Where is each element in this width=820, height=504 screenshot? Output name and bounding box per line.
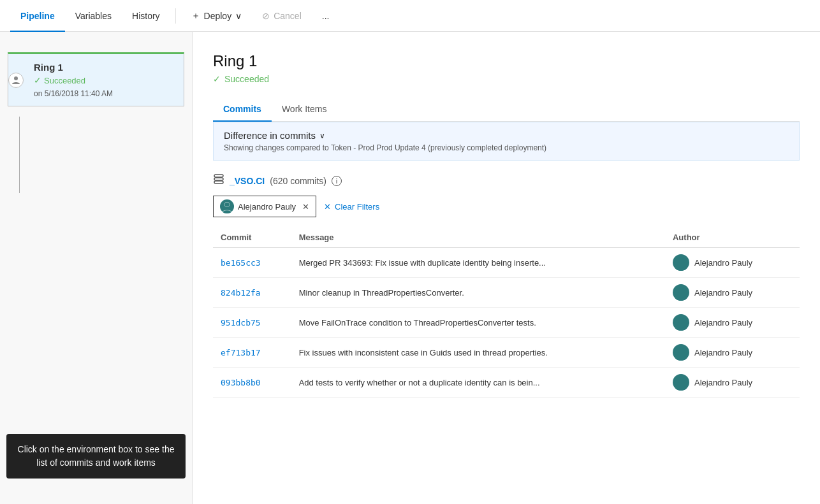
commit-author: Alejandro Pauly [665,368,800,398]
connector-line [19,117,20,193]
ring-box-status: ✓ Succeeded [34,75,113,85]
svg-rect-3 [214,181,223,184]
author-avatar [673,344,689,361]
repo-name[interactable]: _VSO.CI [230,176,265,186]
diff-banner-subtitle: Showing changes compared to Token - Prod… [224,143,789,152]
author-avatar [673,374,689,391]
commit-message: Add tests to verify whether or not a dup… [291,368,665,398]
table-row: 824b12faMinor cleanup in ThreadPropertie… [213,278,800,308]
status-check-icon: ✓ [213,74,221,84]
main-layout: Ring 1 ✓ Succeeded on 5/16/2018 11:40 AM… [0,32,820,504]
repo-icon [213,173,224,188]
nav-divider [175,8,176,24]
table-row: be165cc3Merged PR 343693: Fix issue with… [213,248,800,278]
col-message: Message [291,227,665,248]
author-avatar [673,284,689,301]
check-icon: ✓ [34,75,41,85]
diff-banner: Difference in commits ∨ Showing changes … [213,122,800,161]
table-row: 093bb8b0Add tests to verify whether or n… [213,368,800,398]
chevron-icon: ∨ [235,11,242,21]
cancel-button[interactable]: ⊘ Cancel [257,8,307,24]
repo-count: (620 commits) [270,176,326,186]
left-panel: Ring 1 ✓ Succeeded on 5/16/2018 11:40 AM… [0,32,193,504]
author-avatar [673,254,689,271]
col-author: Author [665,227,800,248]
tab-variables[interactable]: Variables [65,1,122,32]
svg-point-10 [678,377,684,384]
table-row: 951dcb75Move FailOnTrace condition to Th… [213,308,800,338]
tooltip-text: Click on the environment box to see the … [18,444,175,468]
commit-author: Alejandro Pauly [665,338,800,368]
diff-banner-title-text: Difference in commits [224,130,316,141]
svg-point-5 [225,203,230,207]
info-icon[interactable]: i [332,176,342,186]
content-tabs: Commits Work Items [213,97,800,122]
commit-author: Alejandro Pauly [665,308,800,338]
chevron-down-icon: ∨ [319,131,325,140]
filter-row: Alejandro Pauly ✕ ✕ Clear Filters [213,196,800,217]
top-nav: Pipeline Variables History ＋ Deploy ∨ ⊘ … [0,0,820,32]
commit-hash[interactable]: 951dcb75 [213,308,291,338]
ring-status: ✓ Succeeded [213,74,800,84]
ring-icon [8,73,24,88]
tab-commits[interactable]: Commits [213,97,272,122]
commits-table: Commit Message Author be165cc3Merged PR … [213,227,800,398]
page-title: Ring 1 [213,52,800,70]
nav-actions: ＋ Deploy ∨ ⊘ Cancel ... [186,8,335,24]
commit-hash[interactable]: ef713b17 [213,338,291,368]
commit-hash[interactable]: 824b12fa [213,278,291,308]
svg-point-6 [678,257,684,264]
svg-point-9 [678,347,684,354]
author-filter-tag: Alejandro Pauly ✕ [213,196,316,217]
commit-author: Alejandro Pauly [665,278,800,308]
svg-rect-2 [214,178,223,180]
avatar-svg [220,199,234,213]
filter-avatar [220,199,234,213]
author-avatar [673,314,689,331]
tooltip-box: Click on the environment box to see the … [6,434,186,479]
ring-box[interactable]: Ring 1 ✓ Succeeded on 5/16/2018 11:40 AM [8,52,184,106]
more-button[interactable]: ... [317,8,335,24]
status-text: Succeeded [224,74,269,84]
deploy-button[interactable]: ＋ Deploy ∨ [186,8,247,24]
commit-hash[interactable]: 093bb8b0 [213,368,291,398]
commit-message: Merged PR 343693: Fix issue with duplica… [291,248,665,278]
tab-history[interactable]: History [122,1,170,32]
commit-message: Fix issues with inconsistent case in Gui… [291,338,665,368]
repo-header: _VSO.CI (620 commits) i [213,173,800,188]
svg-point-7 [678,287,684,294]
commit-message: Minor cleanup in ThreadPropertiesConvert… [291,278,665,308]
ring-box-date: on 5/16/2018 11:40 AM [34,89,113,98]
clear-filters-button[interactable]: ✕ Clear Filters [324,202,379,212]
person-icon [11,76,20,85]
filter-remove-icon[interactable]: ✕ [302,202,309,212]
clear-x-icon: ✕ [324,202,331,212]
right-panel: Ring 1 ✓ Succeeded Commits Work Items Di… [193,32,820,504]
svg-point-0 [14,76,18,80]
clear-filters-label: Clear Filters [335,202,379,212]
col-commit: Commit [213,227,291,248]
database-icon [213,173,224,185]
filter-author-name: Alejandro Pauly [238,202,296,212]
plus-icon: ＋ [191,10,200,22]
svg-point-8 [678,317,684,324]
commit-hash[interactable]: be165cc3 [213,248,291,278]
tab-pipeline[interactable]: Pipeline [10,1,65,32]
commit-author: Alejandro Pauly [665,248,800,278]
table-row: ef713b17Fix issues with inconsistent cas… [213,338,800,368]
tab-workitems[interactable]: Work Items [272,97,337,122]
svg-rect-1 [214,175,223,177]
cancel-icon: ⊘ [262,11,270,21]
commit-message: Move FailOnTrace condition to ThreadProp… [291,308,665,338]
ring-box-title: Ring 1 [34,62,113,73]
